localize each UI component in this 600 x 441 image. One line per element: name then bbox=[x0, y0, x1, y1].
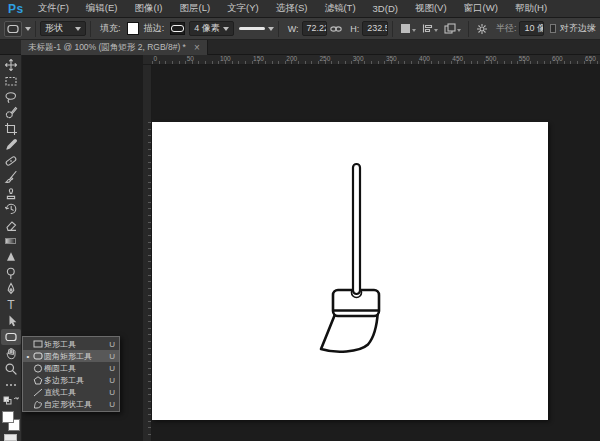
pen-tool[interactable] bbox=[1, 281, 21, 297]
dodge-tool[interactable] bbox=[1, 265, 21, 281]
shape-tools-flyout: 矩形工具 U • 圆角矩形工具 U 椭圆工具 U 多边形工具 U 直线工具 U bbox=[22, 336, 120, 412]
ruler-label: 100 bbox=[220, 55, 231, 62]
polygon-icon bbox=[31, 376, 44, 385]
clone-stamp-tool[interactable] bbox=[1, 185, 21, 201]
ruler-label: 50 bbox=[187, 55, 194, 62]
marquee-tool[interactable] bbox=[1, 73, 21, 89]
type-tool[interactable]: T bbox=[1, 297, 21, 313]
custom-shape-icon bbox=[31, 400, 44, 409]
quick-mask-button[interactable] bbox=[4, 434, 17, 441]
stroke-width-field[interactable]: 4 像素 bbox=[189, 21, 234, 36]
eraser-tool[interactable] bbox=[1, 217, 21, 233]
color-swatches[interactable] bbox=[1, 411, 21, 430]
menu-item-rectangle-tool[interactable]: 矩形工具 U bbox=[23, 338, 119, 350]
ruler-label: 350 bbox=[386, 55, 397, 62]
menu-window[interactable]: 窗口(W) bbox=[464, 2, 498, 15]
menu-edit[interactable]: 编辑(E) bbox=[86, 2, 118, 15]
rounded-rectangle-icon bbox=[31, 352, 44, 360]
tool-preset-picker[interactable] bbox=[4, 21, 31, 37]
ruler-label: 300 bbox=[353, 55, 364, 62]
history-brush-tool[interactable] bbox=[1, 201, 21, 217]
photoshop-logo: Ps bbox=[8, 2, 24, 16]
width-label: W: bbox=[288, 24, 299, 34]
radius-value: 10 像素 bbox=[524, 22, 544, 35]
ruler-ticks bbox=[148, 122, 151, 441]
menu-help[interactable]: 帮助(H) bbox=[515, 2, 547, 15]
path-alignment-button[interactable] bbox=[422, 23, 438, 34]
menu-view[interactable]: 视图(V) bbox=[415, 2, 447, 15]
chevron-down-icon bbox=[457, 29, 461, 32]
menu-item-line-tool[interactable]: 直线工具 U bbox=[23, 386, 119, 398]
menu-filter[interactable]: 滤镜(T) bbox=[324, 2, 355, 15]
svg-text:T: T bbox=[7, 298, 15, 312]
photoshop-window: Ps 文件(F) 编辑(E) 图像(I) 图层(L) 文字(Y) 选择(S) 滤… bbox=[0, 0, 600, 441]
ruler-label: 200 bbox=[286, 55, 297, 62]
ruler-label: 550 bbox=[519, 55, 530, 62]
rectangle-icon bbox=[31, 340, 44, 348]
solid-line-icon bbox=[239, 27, 265, 30]
gear-icon[interactable] bbox=[476, 23, 488, 35]
ruler-label: 450 bbox=[452, 55, 463, 62]
line-icon bbox=[31, 388, 44, 397]
lasso-tool[interactable] bbox=[1, 89, 21, 105]
chevron-down-icon bbox=[223, 27, 229, 31]
shape-height-field[interactable]: 232.5 像 bbox=[362, 21, 388, 36]
hand-tool[interactable] bbox=[1, 345, 21, 361]
menu-3d[interactable]: 3D(D) bbox=[373, 3, 398, 14]
menu-layer[interactable]: 图层(L) bbox=[179, 2, 210, 15]
stroke-type-select[interactable] bbox=[239, 27, 274, 31]
chevron-down-icon bbox=[25, 27, 31, 31]
close-icon[interactable]: × bbox=[194, 44, 200, 52]
shape-tool[interactable] bbox=[1, 329, 21, 345]
menu-select[interactable]: 选择(S) bbox=[276, 2, 308, 15]
gradient-tool[interactable] bbox=[1, 233, 21, 249]
align-edges-checkbox[interactable] bbox=[550, 24, 556, 33]
divider bbox=[35, 21, 36, 37]
vertical-ruler[interactable] bbox=[143, 65, 152, 441]
link-dimensions-icon[interactable] bbox=[330, 25, 342, 33]
path-selection-tool[interactable] bbox=[1, 313, 21, 329]
gradient-chip-icon bbox=[5, 238, 16, 244]
menu-type[interactable]: 文字(Y) bbox=[227, 2, 259, 15]
ruler-label: 600 bbox=[552, 55, 563, 62]
foreground-color-swatch[interactable] bbox=[2, 411, 14, 423]
menu-item-rounded-rectangle-tool[interactable]: • 圆角矩形工具 U bbox=[23, 350, 119, 362]
healing-brush-tool[interactable] bbox=[1, 153, 21, 169]
document-tab[interactable]: 未标题-1 @ 100% (圆角矩形 2, RGB/8#) * × bbox=[21, 40, 208, 55]
more-tools-ellipsis-icon[interactable] bbox=[1, 377, 21, 393]
path-operations-button[interactable] bbox=[400, 23, 416, 34]
shape-width-value: 72.22 像 bbox=[307, 22, 328, 35]
fill-label: 填充: bbox=[100, 22, 121, 35]
radius-field[interactable]: 10 像素 bbox=[519, 21, 544, 36]
default-and-swap-colors-icon[interactable] bbox=[1, 393, 21, 409]
options-bar: 形状 填充: 描边: 4 像素 W: 72.22 像 H: 232.5 像 bbox=[0, 18, 600, 40]
chevron-down-icon bbox=[412, 29, 416, 32]
zoom-tool[interactable] bbox=[1, 361, 21, 377]
menu-item-polygon-tool[interactable]: 多边形工具 U bbox=[23, 374, 119, 386]
stroke-color-swatch[interactable] bbox=[170, 22, 185, 35]
tool-mode-select[interactable]: 形状 bbox=[40, 21, 86, 36]
crop-tool[interactable] bbox=[1, 121, 21, 137]
menu-file[interactable]: 文件(F) bbox=[38, 2, 69, 15]
canvas[interactable] bbox=[152, 122, 548, 420]
path-arrangement-button[interactable] bbox=[444, 23, 461, 34]
ellipse-icon bbox=[31, 364, 44, 373]
stroke-label: 描边: bbox=[144, 22, 165, 35]
height-label: H: bbox=[350, 24, 359, 34]
chevron-down-icon bbox=[268, 27, 274, 31]
align-edges-label: 对齐边缘 bbox=[560, 22, 596, 35]
menu-image[interactable]: 图像(I) bbox=[135, 2, 163, 15]
horizontal-ruler[interactable]: 0501001502002503003504004505005506006507… bbox=[143, 55, 600, 65]
radius-label: 半径: bbox=[496, 22, 517, 35]
brush-tool[interactable] bbox=[1, 169, 21, 185]
fill-color-swatch[interactable] bbox=[127, 22, 139, 35]
move-tool[interactable] bbox=[1, 57, 21, 73]
ruler-label: 0 bbox=[154, 55, 158, 62]
eyedropper-tool[interactable] bbox=[1, 137, 21, 153]
quick-selection-tool[interactable] bbox=[1, 105, 21, 121]
shape-width-field[interactable]: 72.22 像 bbox=[302, 21, 328, 36]
menu-item-ellipse-tool[interactable]: 椭圆工具 U bbox=[23, 362, 119, 374]
divider bbox=[90, 21, 91, 37]
menu-item-custom-shape-tool[interactable]: 自定形状工具 U bbox=[23, 398, 119, 410]
blur-tool[interactable] bbox=[1, 249, 21, 265]
